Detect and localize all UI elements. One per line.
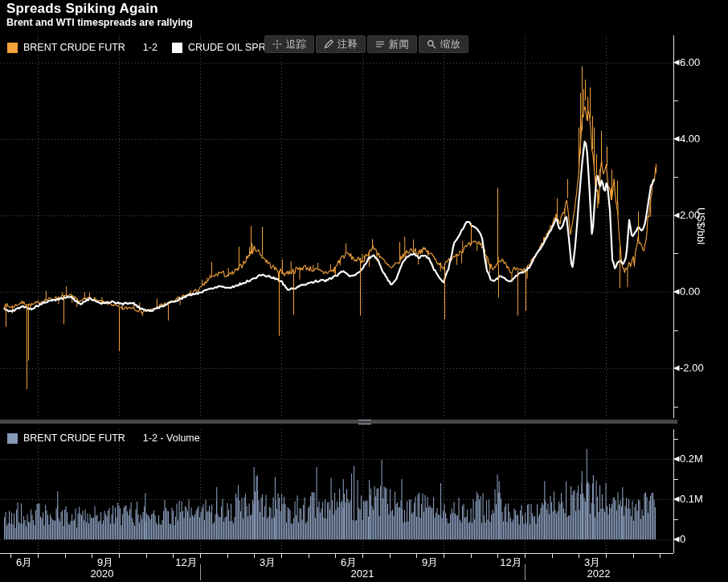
volume-y-tick-label: 0 [680,533,685,545]
x-year-label: 2020 [83,568,121,580]
x-month-label: 3月 [248,555,287,570]
annotate-button-label: 注释 [337,38,358,51]
page-subtitle: Brent and WTI timespreads are rallying [6,17,193,28]
annotate-button[interactable]: 注释 [316,35,366,53]
bloomberg-chart-window: Spreads Spiking Again Brent and WTI time… [0,0,728,582]
x-month-label: 12月 [492,555,530,570]
magnifier-icon [427,39,436,49]
chart-canvas[interactable] [0,0,728,582]
crude-oil-spread-swatch [172,43,182,53]
main-y-tick-label: 4.00 [680,133,700,145]
main-legend: BRENT CRUDE FUTR 1-2 CRUDE OIL SPREAD [7,42,286,53]
news-lines-icon [375,39,385,49]
brent-series-label: BRENT CRUDE FUTR [23,42,125,53]
news-button[interactable]: 新闻 [367,35,417,53]
main-y-tick-label: 6.00 [680,56,700,68]
volume-y-tick-label: 0.1M [680,493,703,505]
page-title: Spreads Spiking Again [6,1,158,17]
zoom-button-label: 缩放 [440,38,460,51]
news-button-label: 新闻 [389,38,409,51]
volume-legend: BRENT CRUDE FUTR 1-2 - Volume [7,432,200,444]
main-y-tick-label: 2.00 [680,209,700,221]
x-month-label: 6月 [5,555,43,570]
brent-series-swatch [7,43,18,53]
x-month-label: 9月 [411,555,449,570]
track-button-label: 追踪 [286,38,306,51]
track-button[interactable]: 追踪 [264,35,314,53]
pencil-icon [324,39,333,49]
main-y-tick-label: -2.00 [680,362,704,374]
resize-grip-icon [358,420,371,424]
volume-series-swatch [7,433,18,444]
x-month-label: 12月 [167,555,206,570]
crosshair-icon [272,39,282,49]
volume-y-tick-label: 0.2M [680,453,703,465]
volume-series-label: BRENT CRUDE FUTR [23,432,125,444]
x-year-label: 2021 [343,568,382,580]
volume-series-suffix: 1-2 - Volume [143,432,200,444]
main-y-tick-label: 0.00 [680,285,700,297]
x-year-label: 2022 [579,568,618,580]
panel-resize-handle[interactable] [0,420,677,424]
zoom-button[interactable]: 缩放 [419,35,468,53]
chart-toolbar: 追踪 注释 新闻 缩放 [264,35,468,53]
brent-series-suffix: 1-2 [143,42,157,53]
